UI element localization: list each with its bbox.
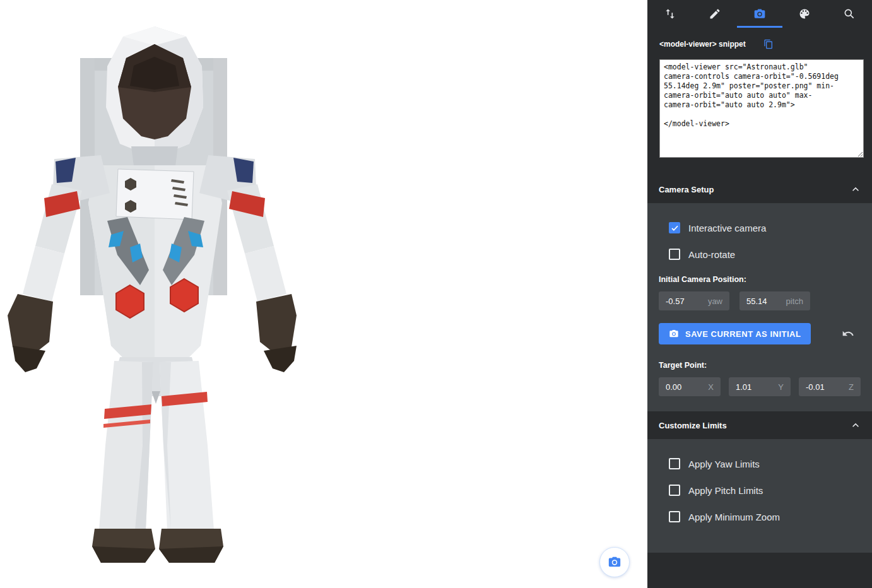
apply-minimum-zoom-checkbox[interactable] — [669, 511, 680, 522]
model-viewport[interactable] — [0, 0, 647, 588]
target-z-input[interactable] — [806, 382, 845, 392]
chevron-up-icon[interactable] — [849, 419, 862, 432]
yaw-suffix: yaw — [708, 297, 722, 306]
camera-setup-title: Camera Setup — [659, 185, 714, 194]
target-point-fields: X Y Z — [659, 377, 861, 396]
target-z-field[interactable]: Z — [799, 377, 861, 396]
palette-icon — [798, 8, 811, 20]
interactive-camera-label: Interactive camera — [688, 223, 766, 233]
camera-capture-fab[interactable] — [599, 547, 630, 577]
target-z-suffix: Z — [849, 382, 854, 392]
apply-pitch-limits-checkbox[interactable] — [669, 485, 680, 496]
panel-footer — [647, 553, 872, 588]
camera-setup-body: Interactive camera Auto-rotate Initial C… — [647, 203, 872, 411]
camera-icon — [753, 8, 766, 20]
target-x-input[interactable] — [666, 382, 704, 392]
undo-icon — [842, 327, 854, 340]
target-x-field[interactable]: X — [659, 377, 721, 396]
auto-rotate-row[interactable]: Auto-rotate — [659, 249, 861, 260]
tab-bar — [647, 0, 872, 28]
customize-limits-title: Customize Limits — [659, 421, 727, 430]
snippet-title: <model-viewer> snippet — [659, 40, 746, 49]
initial-camera-position-label: Initial Camera Position: — [659, 275, 861, 284]
apply-pitch-limits-label: Apply Pitch Limits — [688, 485, 763, 496]
auto-rotate-label: Auto-rotate — [688, 249, 735, 260]
check-icon — [671, 224, 679, 232]
pencil-icon — [709, 8, 721, 20]
interactive-camera-row[interactable]: Interactive camera — [659, 222, 861, 233]
pitch-field[interactable]: pitch — [739, 291, 810, 310]
customize-limits-header[interactable]: Customize Limits — [647, 411, 872, 439]
settings-panel: <model-viewer> snippet <model-viewer src… — [647, 0, 872, 588]
save-row: SAVE CURRENT AS INITIAL — [659, 323, 861, 344]
tab-edit[interactable] — [692, 0, 737, 28]
tab-file-controls[interactable] — [647, 0, 692, 28]
camera-icon — [669, 329, 679, 339]
pitch-suffix: pitch — [786, 297, 803, 306]
astronaut-model — [0, 0, 315, 588]
yaw-field[interactable]: yaw — [659, 291, 729, 310]
initial-position-fields: yaw pitch — [659, 291, 861, 310]
apply-yaw-limits-row[interactable]: Apply Yaw Limits — [659, 458, 861, 469]
model-viewer-editor: <model-viewer> snippet <model-viewer src… — [0, 0, 872, 588]
snippet-code-textarea[interactable]: <model-viewer src="Astronaut.glb" camera… — [659, 59, 864, 158]
copy-snippet-button[interactable] — [762, 38, 775, 50]
tab-materials[interactable] — [782, 0, 827, 28]
save-current-as-initial-button[interactable]: SAVE CURRENT AS INITIAL — [659, 323, 811, 344]
apply-yaw-limits-checkbox[interactable] — [669, 458, 680, 469]
target-y-input[interactable] — [736, 382, 774, 392]
target-x-suffix: X — [708, 382, 714, 392]
swap-vertical-icon — [664, 8, 676, 20]
save-button-label: SAVE CURRENT AS INITIAL — [685, 329, 801, 339]
tab-inspector[interactable] — [827, 0, 872, 28]
yaw-input[interactable] — [666, 297, 704, 306]
search-icon — [843, 8, 856, 20]
interactive-camera-checkbox[interactable] — [669, 222, 680, 233]
tab-camera[interactable] — [737, 0, 782, 28]
auto-rotate-checkbox[interactable] — [669, 249, 680, 260]
apply-minimum-zoom-label: Apply Minimum Zoom — [688, 512, 780, 522]
copy-icon — [763, 39, 774, 49]
customize-limits-body: Apply Yaw Limits Apply Pitch Limits Appl… — [647, 439, 872, 553]
apply-pitch-limits-row[interactable]: Apply Pitch Limits — [659, 485, 861, 496]
apply-yaw-limits-label: Apply Yaw Limits — [688, 459, 760, 469]
undo-button[interactable] — [840, 326, 856, 341]
target-y-field[interactable]: Y — [729, 377, 791, 396]
snippet-header: <model-viewer> snippet — [647, 28, 872, 56]
camera-setup-header[interactable]: Camera Setup — [647, 175, 872, 203]
camera-icon — [608, 555, 622, 569]
pitch-input[interactable] — [746, 297, 782, 306]
apply-minimum-zoom-row[interactable]: Apply Minimum Zoom — [659, 511, 861, 522]
target-point-label: Target Point: — [659, 361, 861, 370]
target-y-suffix: Y — [778, 382, 784, 392]
chevron-up-icon[interactable] — [849, 183, 862, 196]
